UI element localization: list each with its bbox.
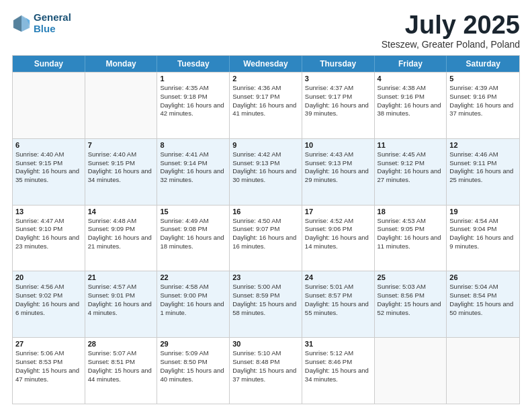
- day-number: 21: [88, 273, 154, 281]
- sunset-text: Sunset: 8:48 PM: [232, 358, 299, 367]
- location: Steszew, Greater Poland, Poland: [382, 39, 520, 50]
- daylight-text: Daylight: 16 hours and 1 minute.: [160, 300, 226, 318]
- day-number: 7: [88, 141, 154, 149]
- calendar-cell: 20 Sunrise: 4:56 AM Sunset: 9:02 PM Dayl…: [13, 271, 85, 337]
- sunrise-text: Sunrise: 4:41 AM: [160, 150, 226, 159]
- calendar-cell: 7 Sunrise: 4:40 AM Sunset: 9:15 PM Dayli…: [85, 139, 158, 205]
- calendar-cell: 21 Sunrise: 4:57 AM Sunset: 9:01 PM Dayl…: [85, 271, 158, 337]
- calendar-cell: 26 Sunrise: 5:04 AM Sunset: 8:54 PM Dayl…: [447, 271, 519, 337]
- day-number: 17: [305, 208, 371, 216]
- day-number: 9: [232, 141, 299, 149]
- day-number: 8: [160, 141, 226, 149]
- sunset-text: Sunset: 9:10 PM: [15, 225, 82, 234]
- calendar-cell: 14 Sunrise: 4:48 AM Sunset: 9:09 PM Dayl…: [85, 205, 158, 271]
- calendar-cell: 12 Sunrise: 4:46 AM Sunset: 9:11 PM Dayl…: [447, 139, 519, 205]
- weekday-header: Friday: [375, 56, 447, 72]
- sunset-text: Sunset: 9:08 PM: [160, 225, 226, 234]
- daylight-text: Daylight: 16 hours and 29 minutes.: [305, 167, 371, 185]
- calendar-cell: 23 Sunrise: 5:00 AM Sunset: 8:59 PM Dayl…: [230, 271, 302, 337]
- calendar-cell: 28 Sunrise: 5:07 AM Sunset: 8:51 PM Dayl…: [85, 338, 158, 404]
- logo-line2: Blue: [34, 23, 56, 34]
- weekday-header: Sunday: [13, 56, 85, 72]
- sunset-text: Sunset: 9:11 PM: [449, 159, 517, 168]
- calendar-row: 20 Sunrise: 4:56 AM Sunset: 9:02 PM Dayl…: [13, 271, 519, 337]
- day-number: 1: [160, 75, 226, 83]
- logo-icon: [12, 14, 31, 33]
- sunrise-text: Sunrise: 4:54 AM: [449, 217, 517, 226]
- sunrise-text: Sunrise: 5:09 AM: [160, 349, 226, 358]
- day-number: 28: [88, 340, 154, 348]
- sunset-text: Sunset: 9:01 PM: [88, 291, 154, 300]
- sunrise-text: Sunrise: 4:38 AM: [378, 84, 444, 93]
- sunset-text: Sunset: 8:51 PM: [88, 358, 154, 367]
- daylight-text: Daylight: 16 hours and 23 minutes.: [15, 234, 82, 251]
- daylight-text: Daylight: 15 hours and 40 minutes.: [160, 367, 226, 384]
- sunrise-text: Sunrise: 4:53 AM: [378, 217, 444, 226]
- sunrise-text: Sunrise: 4:42 AM: [232, 150, 299, 159]
- calendar-cell: 22 Sunrise: 4:58 AM Sunset: 9:00 PM Dayl…: [157, 271, 230, 337]
- sunrise-text: Sunrise: 4:49 AM: [160, 217, 226, 226]
- day-number: 23: [232, 273, 299, 281]
- sunset-text: Sunset: 8:59 PM: [232, 291, 299, 300]
- daylight-text: Daylight: 16 hours and 9 minutes.: [449, 234, 517, 251]
- calendar-cell: 30 Sunrise: 5:10 AM Sunset: 8:48 PM Dayl…: [230, 338, 302, 404]
- sunrise-text: Sunrise: 4:40 AM: [15, 150, 82, 159]
- day-number: 31: [305, 340, 371, 348]
- sunrise-text: Sunrise: 5:03 AM: [378, 283, 444, 291]
- daylight-text: Daylight: 15 hours and 50 minutes.: [449, 300, 517, 318]
- calendar-row: 13 Sunrise: 4:47 AM Sunset: 9:10 PM Dayl…: [13, 205, 519, 271]
- calendar-cell: 2 Sunrise: 4:36 AM Sunset: 9:17 PM Dayli…: [230, 73, 302, 138]
- sunset-text: Sunset: 9:07 PM: [232, 225, 299, 234]
- sunset-text: Sunset: 9:13 PM: [305, 159, 371, 168]
- calendar-cell: 16 Sunrise: 4:50 AM Sunset: 9:07 PM Dayl…: [230, 205, 302, 271]
- calendar-cell: 29 Sunrise: 5:09 AM Sunset: 8:50 PM Dayl…: [157, 338, 230, 404]
- daylight-text: Daylight: 15 hours and 44 minutes.: [88, 367, 154, 384]
- daylight-text: Daylight: 15 hours and 34 minutes.: [305, 367, 371, 384]
- calendar-cell: 3 Sunrise: 4:37 AM Sunset: 9:17 PM Dayli…: [302, 73, 375, 138]
- sunrise-text: Sunrise: 4:45 AM: [378, 150, 444, 159]
- daylight-text: Daylight: 16 hours and 37 minutes.: [449, 101, 517, 119]
- svg-marker-1: [21, 15, 30, 31]
- sunrise-text: Sunrise: 4:57 AM: [88, 283, 154, 291]
- sunset-text: Sunset: 8:53 PM: [15, 358, 82, 367]
- calendar-row: 6 Sunrise: 4:40 AM Sunset: 9:15 PM Dayli…: [13, 138, 519, 205]
- calendar-cell: 19 Sunrise: 4:54 AM Sunset: 9:04 PM Dayl…: [447, 205, 519, 271]
- day-number: 26: [449, 273, 517, 281]
- day-number: 10: [305, 141, 371, 149]
- sunrise-text: Sunrise: 5:00 AM: [232, 283, 299, 291]
- day-number: 14: [88, 208, 154, 216]
- weekday-header: Wednesday: [230, 56, 302, 72]
- logo: General Blue: [12, 12, 71, 34]
- day-number: 19: [449, 208, 517, 216]
- daylight-text: Daylight: 15 hours and 37 minutes.: [232, 367, 299, 384]
- title-block: July 2025 Steszew, Greater Poland, Polan…: [382, 12, 520, 50]
- calendar-body: 1 Sunrise: 4:35 AM Sunset: 9:18 PM Dayli…: [13, 72, 519, 404]
- sunrise-text: Sunrise: 4:48 AM: [88, 217, 154, 226]
- sunrise-text: Sunrise: 4:43 AM: [305, 150, 371, 159]
- daylight-text: Daylight: 16 hours and 11 minutes.: [378, 234, 444, 251]
- sunset-text: Sunset: 9:14 PM: [160, 159, 226, 168]
- sunset-text: Sunset: 9:15 PM: [15, 159, 82, 168]
- sunset-text: Sunset: 9:02 PM: [15, 291, 82, 300]
- calendar-cell: 17 Sunrise: 4:52 AM Sunset: 9:06 PM Dayl…: [302, 205, 375, 271]
- calendar-cell: [13, 73, 85, 138]
- daylight-text: Daylight: 16 hours and 27 minutes.: [378, 167, 444, 185]
- sunrise-text: Sunrise: 5:01 AM: [305, 283, 371, 291]
- sunset-text: Sunset: 9:06 PM: [305, 225, 371, 234]
- daylight-text: Daylight: 16 hours and 14 minutes.: [305, 234, 371, 251]
- sunrise-text: Sunrise: 5:04 AM: [449, 283, 517, 291]
- calendar-cell: 25 Sunrise: 5:03 AM Sunset: 8:56 PM Dayl…: [375, 271, 447, 337]
- day-number: 20: [15, 273, 82, 281]
- calendar: SundayMondayTuesdayWednesdayThursdayFrid…: [12, 55, 520, 404]
- sunrise-text: Sunrise: 4:46 AM: [449, 150, 517, 159]
- month-title: July 2025: [382, 12, 520, 38]
- sunrise-text: Sunrise: 4:39 AM: [449, 84, 517, 93]
- calendar-cell: 6 Sunrise: 4:40 AM Sunset: 9:15 PM Dayli…: [13, 139, 85, 205]
- day-number: 5: [449, 75, 517, 83]
- sunset-text: Sunset: 9:00 PM: [160, 291, 226, 300]
- sunrise-text: Sunrise: 4:40 AM: [88, 150, 154, 159]
- logo-text: General Blue: [34, 12, 71, 34]
- sunrise-text: Sunrise: 5:12 AM: [305, 349, 371, 358]
- day-number: 13: [15, 208, 82, 216]
- daylight-text: Daylight: 16 hours and 30 minutes.: [232, 167, 299, 185]
